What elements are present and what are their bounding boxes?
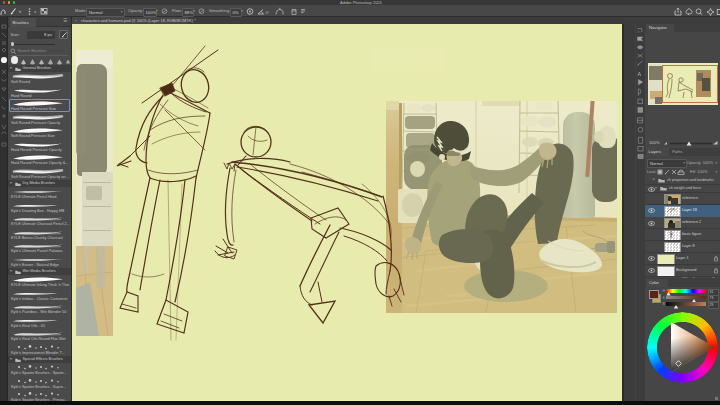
svg-text:0°: 0° <box>266 10 270 15</box>
svg-text:A: A <box>638 71 642 77</box>
